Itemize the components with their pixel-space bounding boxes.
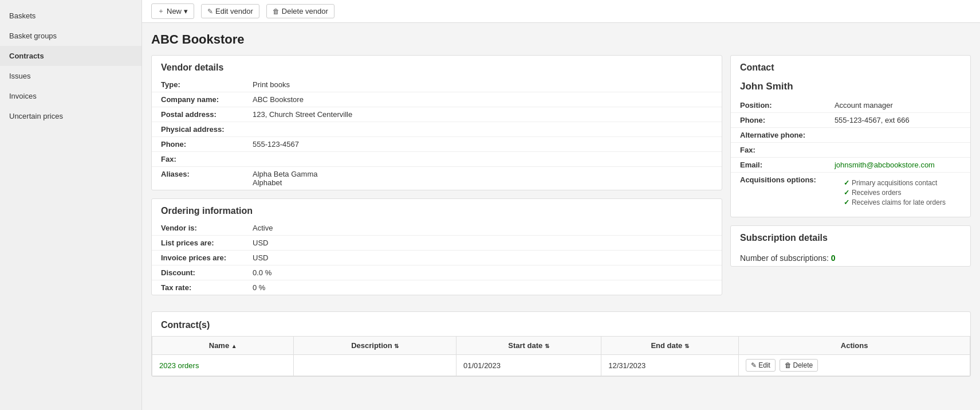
contracts-section: Contract(s) Name Description ⇅ Start dat… <box>151 311 971 377</box>
subscription-count: 0 <box>831 253 836 263</box>
contracts-header-row: Name Description ⇅ Start date ⇅ End date <box>152 337 970 355</box>
contract-end-date-cell: 12/31/2023 <box>601 355 739 376</box>
alias-item-1: Alphabet <box>253 178 713 187</box>
fax-row: Fax: <box>152 152 722 167</box>
table-row: 2023 orders 01/01/2023 12/31/2023 ✎ Edit… <box>152 355 970 376</box>
sort-icon-desc: ⇅ <box>394 343 399 349</box>
sidebar-item-contracts[interactable]: Contracts <box>0 46 141 66</box>
sort-icon-end: ⇅ <box>684 343 689 349</box>
contracts-table: Name Description ⇅ Start date ⇅ End date <box>152 336 970 376</box>
contract-description-cell <box>294 355 456 376</box>
contract-start-date-cell: 01/01/2023 <box>456 355 601 376</box>
left-panel: Vendor details Type: Print books Company… <box>151 55 722 303</box>
acq-option-2: ✓ Receives claims for late orders <box>844 198 952 206</box>
contracts-title: Contract(s) <box>152 312 970 336</box>
list-prices-row: List prices are: USD <box>152 236 722 251</box>
col-name[interactable]: Name <box>152 337 294 355</box>
email-row: Email: johnsmith@abcbookstore.com <box>731 158 970 173</box>
page-body: ABC Bookstore Vendor details Type: Print… <box>142 23 980 394</box>
acq-option-1: ✓ Receives orders <box>844 189 952 197</box>
col-actions: Actions <box>739 337 970 355</box>
ordering-info-card: Ordering information Vendor is: Active L… <box>151 198 722 295</box>
subscription-title: Subscription details <box>731 226 970 248</box>
contract-actions-cell: ✎ Edit 🗑 Delete <box>739 355 970 376</box>
sidebar-item-basket-groups[interactable]: Basket groups <box>0 26 141 46</box>
check-icon-1: ✓ <box>844 189 849 197</box>
contact-table: Position: Account manager Phone: 555-123… <box>731 98 970 217</box>
subscription-card: Subscription details Number of subscript… <box>730 225 971 267</box>
pencil-icon-small: ✎ <box>751 361 757 369</box>
acq-options-row: Acquisitions options: ✓ Primary acquisit… <box>731 173 970 217</box>
aliases-row: Aliases: Alpha Beta Gamma Alphabet <box>152 167 722 190</box>
vendor-details-card: Vendor details Type: Print books Company… <box>151 55 722 190</box>
discount-row: Discount: 0.0 % <box>152 265 722 280</box>
type-row: Type: Print books <box>152 77 722 92</box>
sidebar-item-baskets[interactable]: Baskets <box>0 6 141 26</box>
contract-delete-button[interactable]: 🗑 Delete <box>780 359 818 372</box>
col-description[interactable]: Description ⇅ <box>294 337 456 355</box>
contract-name-link[interactable]: 2023 orders <box>159 361 199 370</box>
main-content: ＋ New ▾ ✎ Edit vendor 🗑 Delete vendor AB… <box>142 0 980 410</box>
ordering-info-title: Ordering information <box>152 199 722 221</box>
sort-icon-start: ⇅ <box>545 343 549 349</box>
top-panels-row: Vendor details Type: Print books Company… <box>151 55 971 303</box>
pencil-icon: ✎ <box>207 7 213 15</box>
contact-title: Contact <box>731 56 970 77</box>
tax-rate-row: Tax rate: 0 % <box>152 280 722 295</box>
page-title: ABC Bookstore <box>151 32 971 47</box>
toolbar: ＋ New ▾ ✎ Edit vendor 🗑 Delete vendor <box>142 0 980 23</box>
vendor-is-row: Vendor is: Active <box>152 221 722 236</box>
right-panel: Contact John Smith Position: Account man… <box>730 55 971 303</box>
check-icon-0: ✓ <box>844 179 849 187</box>
col-start-date[interactable]: Start date ⇅ <box>456 337 601 355</box>
new-button[interactable]: ＋ New ▾ <box>151 3 194 19</box>
contract-name-cell: 2023 orders <box>152 355 294 376</box>
sidebar-item-issues[interactable]: Issues <box>0 66 141 86</box>
position-row: Position: Account manager <box>731 98 970 113</box>
vendor-details-title: Vendor details <box>152 56 722 77</box>
contact-name: John Smith <box>731 77 970 98</box>
alt-phone-row: Alternative phone: <box>731 128 970 143</box>
invoice-prices-row: Invoice prices are: USD <box>152 251 722 265</box>
alias-item-0: Alpha Beta Gamma <box>253 170 713 178</box>
contact-phone-row: Phone: 555-123-4567, ext 666 <box>731 113 970 128</box>
ordering-info-table: Vendor is: Active List prices are: USD I… <box>152 221 722 295</box>
company-name-row: Company name: ABC Bookstore <box>152 92 722 107</box>
subscription-count-row: Number of subscriptions: 0 <box>731 248 970 266</box>
col-end-date[interactable]: End date ⇅ <box>601 337 739 355</box>
sidebar-item-uncertain-prices[interactable]: Uncertain prices <box>0 106 141 126</box>
email-link[interactable]: johnsmith@abcbookstore.com <box>835 161 935 169</box>
acq-option-0: ✓ Primary acquisitions contact <box>844 179 952 187</box>
dropdown-arrow-icon: ▾ <box>184 7 188 15</box>
contract-edit-button[interactable]: ✎ Edit <box>746 359 776 372</box>
contact-card: Contact John Smith Position: Account man… <box>730 55 971 217</box>
physical-address-row: Physical address: <box>152 122 722 137</box>
postal-address-row: Postal address: 123, Church Street Cente… <box>152 107 722 122</box>
delete-vendor-button[interactable]: 🗑 Delete vendor <box>266 4 334 18</box>
trash-icon-small: 🗑 <box>785 361 792 369</box>
check-icon-2: ✓ <box>844 198 849 206</box>
trash-icon: 🗑 <box>273 7 280 15</box>
plus-icon: ＋ <box>158 6 164 16</box>
contact-fax-row: Fax: <box>731 143 970 158</box>
aliases-list: Alpha Beta Gamma Alphabet <box>243 167 722 190</box>
phone-row: Phone: 555-123-4567 <box>152 137 722 152</box>
sidebar: Baskets Basket groups Contracts Issues I… <box>0 0 142 410</box>
sidebar-item-invoices[interactable]: Invoices <box>0 86 141 106</box>
acq-options-list: ✓ Primary acquisitions contact ✓ Receive… <box>835 175 961 214</box>
vendor-details-table: Type: Print books Company name: ABC Book… <box>152 77 722 190</box>
edit-vendor-button[interactable]: ✎ Edit vendor <box>201 4 259 18</box>
